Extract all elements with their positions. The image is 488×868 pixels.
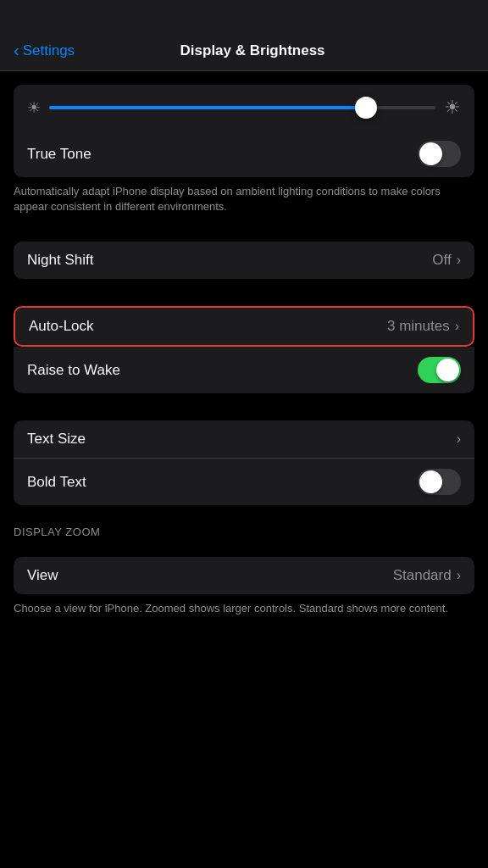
auto-lock-section: Auto-Lock 3 minutes › bbox=[14, 306, 474, 347]
text-size-chevron-icon: › bbox=[457, 431, 461, 447]
view-footer: Choose a view for iPhone. Zoomed shows l… bbox=[0, 594, 488, 630]
bold-text-row[interactable]: Bold Text bbox=[14, 458, 474, 505]
auto-lock-value: 3 minutes bbox=[387, 318, 450, 335]
auto-lock-row[interactable]: Auto-Lock 3 minutes › bbox=[15, 308, 473, 345]
content: ☀ ☀ True Tone Automatically adapt iPhone… bbox=[0, 85, 488, 631]
true-tone-row[interactable]: True Tone bbox=[14, 131, 474, 177]
true-tone-toggle-knob bbox=[419, 142, 442, 165]
true-tone-footer: Automatically adapt iPhone display based… bbox=[0, 177, 488, 228]
night-shift-label: Night Shift bbox=[27, 252, 432, 269]
slider-track bbox=[49, 106, 435, 109]
bold-text-toggle[interactable] bbox=[418, 469, 461, 495]
text-size-row[interactable]: Text Size › bbox=[14, 420, 474, 458]
night-shift-section: Night Shift Off › bbox=[14, 242, 474, 279]
brightness-row[interactable]: ☀ ☀ bbox=[14, 85, 474, 131]
bold-text-label: Bold Text bbox=[27, 474, 418, 491]
back-chevron-icon: ‹ bbox=[14, 41, 19, 60]
gap-1 bbox=[0, 279, 488, 292]
true-tone-label: True Tone bbox=[27, 146, 418, 163]
page-title: Display & Brightness bbox=[81, 42, 424, 59]
back-button[interactable]: ‹ Settings bbox=[14, 41, 75, 60]
view-value: Standard bbox=[393, 567, 452, 584]
view-label: View bbox=[27, 567, 393, 584]
auto-lock-chevron-icon: › bbox=[455, 319, 459, 334]
brightness-high-icon: ☀ bbox=[444, 97, 461, 119]
bold-text-toggle-knob bbox=[419, 470, 442, 493]
text-section: Text Size › Bold Text bbox=[14, 420, 474, 505]
auto-lock-label: Auto-Lock bbox=[29, 318, 387, 335]
slider-fill bbox=[49, 106, 366, 109]
night-shift-value: Off bbox=[432, 252, 451, 269]
night-shift-row[interactable]: Night Shift Off › bbox=[14, 242, 474, 279]
brightness-slider[interactable] bbox=[49, 99, 435, 116]
text-size-label: Text Size bbox=[27, 431, 457, 448]
view-chevron-icon: › bbox=[457, 568, 461, 583]
header: ‹ Settings Display & Brightness bbox=[0, 0, 488, 71]
display-zoom-label: DISPLAY ZOOM bbox=[0, 519, 488, 543]
raise-to-wake-section: Raise to Wake bbox=[14, 347, 474, 393]
raise-to-wake-row[interactable]: Raise to Wake bbox=[14, 347, 474, 393]
brightness-low-icon: ☀ bbox=[27, 98, 41, 117]
brightness-section: ☀ ☀ True Tone bbox=[14, 85, 474, 177]
back-label[interactable]: Settings bbox=[23, 42, 75, 59]
raise-to-wake-label: Raise to Wake bbox=[27, 362, 418, 379]
true-tone-toggle[interactable] bbox=[418, 141, 461, 167]
view-row[interactable]: View Standard › bbox=[14, 557, 474, 594]
gap-3 bbox=[0, 505, 488, 519]
night-shift-chevron-icon: › bbox=[457, 253, 461, 268]
raise-to-wake-toggle-knob bbox=[436, 359, 459, 381]
slider-thumb[interactable] bbox=[355, 97, 377, 119]
gap-2 bbox=[0, 393, 488, 407]
view-section: View Standard › bbox=[14, 557, 474, 594]
raise-to-wake-toggle[interactable] bbox=[418, 357, 461, 383]
